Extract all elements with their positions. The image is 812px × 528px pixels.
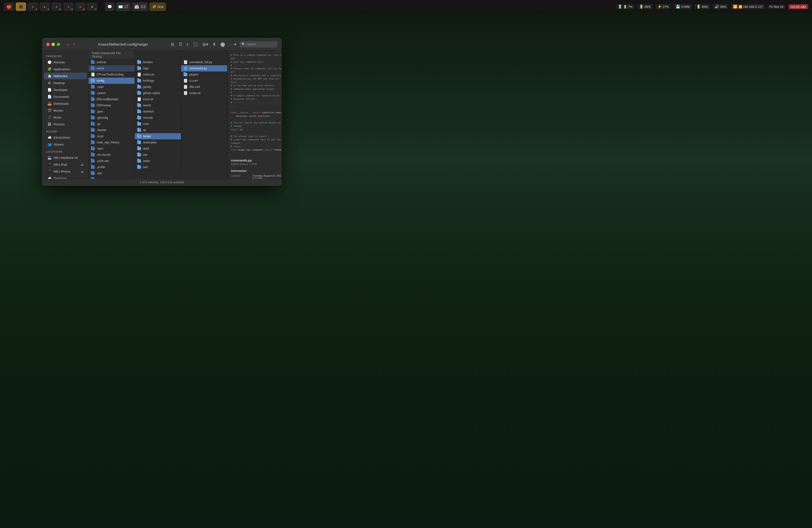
sidebar-item-iphone[interactable]: 📱 HB's iPhone ⏏ [44, 168, 87, 175]
notifications-calendar[interactable]: 📅 1/3 [132, 2, 148, 11]
col1-ddpreview[interactable]: DDPreview › [89, 102, 135, 108]
shared-icon: 👥 [47, 142, 52, 146]
sidebar-item-documents[interactable]: 📄 Documents [44, 93, 87, 100]
col2-gatsby[interactable]: gatsby › [135, 84, 181, 90]
sidebar-item-downloads[interactable]: 📥 Downloads [44, 100, 87, 107]
col2-iterm2[interactable]: iterm2 › [135, 102, 181, 108]
col2-borders[interactable]: borders › [135, 59, 181, 65]
view-more-icon[interactable]: ⊞▾ [202, 41, 209, 48]
workspace-3[interactable]: ● 3 [40, 2, 50, 11]
sidebar-item-onedrive[interactable]: ☁️ OneDrive [44, 175, 87, 179]
close-button[interactable] [46, 43, 49, 46]
view-list-icon[interactable]: ☰ [178, 41, 183, 48]
search-box[interactable]: 🔍 Search [240, 41, 278, 47]
col3-commands-full[interactable]: commands_full.py [181, 59, 227, 65]
col1-ohmyzsh[interactable]: .oh-my-zsh › [89, 152, 135, 158]
view-gallery-icon[interactable]: ⬛ [192, 41, 199, 48]
notifications-rice[interactable]: 🌾 rice [149, 2, 166, 11]
view-grid-icon[interactable]: ⊞ [170, 41, 175, 48]
sidebar-item-hbthen3rd[interactable]: 🏠 hbthen3rd [44, 73, 87, 79]
sidebar-item-developer[interactable]: 📄 Developer [44, 86, 87, 93]
col2-btop[interactable]: btop › [135, 65, 181, 72]
notifications-chat[interactable]: 💬 [105, 2, 114, 11]
col1-cache[interactable]: cache › [89, 65, 135, 72]
col1-noderepl[interactable]: node_repl_history [89, 140, 135, 146]
col2-fontforge[interactable]: fontforge › [135, 78, 181, 84]
sidebar-item-macbook[interactable]: 💻 HB's MacBook Air [44, 154, 87, 161]
col1-gitconfig[interactable]: .gitconfig › [89, 115, 135, 121]
sidebar-item-shared[interactable]: 👥 Shared [44, 141, 87, 148]
col3-plugins[interactable]: plugins [181, 72, 227, 78]
col2-sketchybar[interactable]: sketchybar › [135, 140, 181, 146]
chevron-icon: › [178, 111, 178, 113]
sidebar-item-applications[interactable]: 🧩 Applications [44, 66, 87, 72]
col1-npm[interactable]: .npm [89, 146, 135, 152]
col1-lesshst[interactable]: .lesshst [89, 127, 135, 133]
workspace-5[interactable]: ● 5 [63, 2, 74, 11]
sidebar-label-recents: Recents [54, 60, 65, 64]
col1-android[interactable]: android › [89, 59, 135, 65]
col1-cfuser[interactable]: CFUserTextEncoding [89, 72, 135, 78]
col2-colors[interactable]: colors.sh [135, 72, 181, 78]
path-display: /Users/hbthen3rd/.config/ranger [79, 42, 167, 46]
col2-github-copilot[interactable]: github-copilot › [135, 90, 181, 96]
fullscreen-button[interactable] [57, 43, 60, 46]
apple-menu[interactable]: 🍎 [4, 2, 14, 11]
col1-ssh[interactable]: .ssh › [89, 170, 135, 176]
tag-icon[interactable]: ⬤ [219, 41, 226, 48]
sidebar-item-desktop[interactable]: 🖥 Desktop [44, 79, 87, 86]
workspace-1[interactable]: ⬛ [16, 2, 26, 11]
col3-rcconf[interactable]: rc.conf [181, 78, 227, 84]
back-button[interactable]: ‹ [66, 41, 70, 47]
col3-scopesh[interactable]: scope.sh [181, 90, 227, 96]
view-columns-icon[interactable]: ⫿ [186, 41, 190, 48]
more-actions-icon[interactable]: ··· ▾ [228, 41, 237, 48]
col2-op[interactable]: op › [135, 127, 181, 133]
code-preview: # This is a sample commands.py. You can … [228, 50, 281, 154]
preview-subtitle: Python Source – 3 KB [228, 163, 281, 167]
sidebar-item-icloud[interactable]: ☁️ iCloud Drive [44, 134, 87, 141]
minimize-button[interactable] [52, 43, 55, 46]
col2-wal[interactable]: wal › [135, 152, 181, 158]
sidebar-item-movies[interactable]: 🎬 Movies [44, 107, 87, 114]
col1-cpan[interactable]: .cpan › [89, 84, 135, 90]
col3-commands[interactable]: commands.py [181, 65, 227, 72]
date-display: Fri Nov 01 [768, 4, 786, 9]
col1-config[interactable]: config › [89, 78, 135, 84]
col2-ranger[interactable]: ranger › [135, 133, 181, 140]
sidebar-item-music[interactable]: 🎵 Music [44, 114, 87, 121]
col3-rifleconf[interactable]: rifle.conf [181, 84, 227, 90]
col2-zed[interactable]: zed › [135, 164, 181, 170]
sidebar-item-ipad[interactable]: 📱 HB's iPad ⏏ [44, 161, 87, 168]
col1-task[interactable]: .task › [89, 176, 135, 179]
col1-ddlocal[interactable]: DDLocalBackups › [89, 96, 135, 102]
workspace-7[interactable]: ● 7 [87, 2, 97, 11]
icloud-header: iCloud [43, 128, 88, 134]
col2-skhd[interactable]: skhd › [135, 146, 181, 152]
eject-iphone-icon[interactable]: ⏏ [81, 170, 84, 173]
col1-gem[interactable]: .gem › [89, 108, 135, 115]
sidebar-item-pictures[interactable]: 🖼 Pictures [44, 121, 87, 128]
col2-neovide[interactable]: neovide › [135, 115, 181, 121]
chevron-icon: › [132, 111, 132, 113]
share-icon[interactable]: ⬆ [212, 41, 217, 48]
col1-profile[interactable]: .profile [89, 164, 135, 170]
col2-nvim[interactable]: nvim › [135, 121, 181, 127]
sidebar-label-onedrive: OneDrive [54, 177, 67, 179]
col2-yabai[interactable]: yabai › [135, 158, 181, 164]
notifications-mail[interactable]: ✉️ 17 [116, 2, 131, 11]
col1-p10k[interactable]: .p10k.zsh [89, 158, 135, 164]
workspace-2[interactable]: ● 2 [28, 2, 38, 11]
desktop-icon: 🖥 [47, 81, 52, 85]
sidebar-item-recents[interactable]: 🕐 Recents [44, 59, 87, 65]
col1-local[interactable]: .local › [89, 133, 135, 140]
forward-button[interactable]: › [72, 41, 76, 47]
eject-ipad-icon[interactable]: ⏏ [81, 163, 84, 166]
col2-neofetch[interactable]: neofetch › [135, 108, 181, 115]
workspace-4[interactable]: ● 4 [51, 2, 62, 11]
sidebar-label-movies: Movies [54, 109, 63, 112]
workspace-6[interactable]: ● 6 [75, 2, 86, 11]
col1-cpanm[interactable]: .cpanm › [89, 90, 135, 96]
col1-gk[interactable]: .gk › [89, 121, 135, 127]
col2-icons[interactable]: icons.sh [135, 96, 181, 102]
